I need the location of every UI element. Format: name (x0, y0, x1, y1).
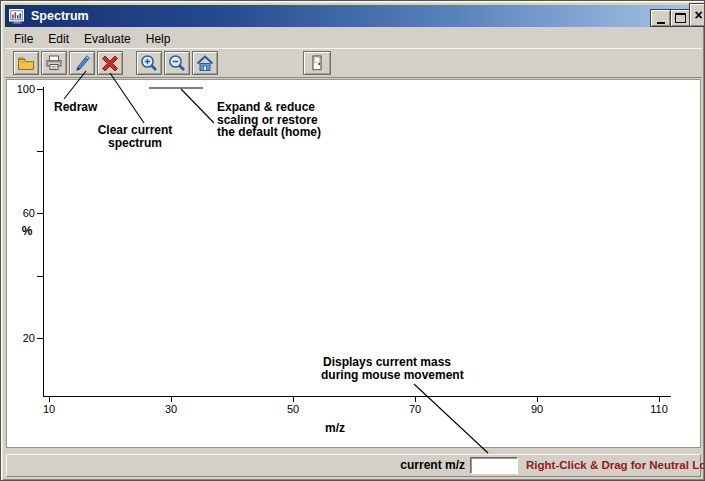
close-button[interactable]: × (689, 3, 705, 27)
menu-file[interactable]: File (8, 30, 42, 48)
status-bar: current m/z Right-Click & Drag for Neutr… (6, 454, 701, 477)
annotation-clear-line1: Clear current (93, 124, 177, 137)
home-icon (196, 55, 214, 72)
close-icon: × (694, 7, 702, 23)
magnifier-plus-icon (140, 54, 158, 72)
annotation-zoom-line1: Expand & reduce (217, 101, 321, 114)
clear-spectrum-button[interactable] (97, 51, 123, 75)
title-bar[interactable]: Spectrum (5, 5, 702, 27)
annotation-redraw: Redraw (54, 101, 97, 114)
zoom-in-button[interactable] (136, 51, 162, 75)
menu-help[interactable]: Help (140, 30, 180, 48)
annotation-zoom-scaling: Expand & reduce scaling or restore the d… (217, 101, 321, 139)
annotation-current-mass: Displays current mass during mouse movem… (321, 356, 453, 381)
annotation-mass-line2: during mouse movement (321, 369, 453, 382)
minimize-button[interactable] (650, 9, 671, 27)
zoom-out-button[interactable] (164, 51, 190, 75)
app-icon (9, 9, 25, 24)
annotation-mass-line1: Displays current mass (321, 356, 453, 369)
print-button[interactable] (41, 51, 67, 75)
app-window: Spectrum × File Edit Evaluate Help (0, 0, 705, 481)
magnifier-minus-icon (168, 54, 186, 72)
maximize-icon (675, 13, 686, 23)
menu-bar: File Edit Evaluate Help (5, 29, 702, 48)
annotation-redraw-text: Redraw (54, 101, 97, 114)
annotation-clear-line2: spectrum (93, 137, 177, 150)
door-icon (308, 54, 326, 72)
minimize-icon (657, 13, 665, 24)
maximize-button[interactable] (670, 9, 691, 27)
annotation-zoom-line3: the default (home) (217, 126, 321, 139)
pen-icon (73, 54, 91, 72)
annotation-clear-spectrum: Clear current spectrum (93, 124, 177, 149)
home-button[interactable] (192, 51, 218, 75)
menu-edit[interactable]: Edit (42, 30, 78, 48)
window-title: Spectrum (31, 9, 89, 23)
folder-icon (17, 55, 35, 71)
printer-icon (45, 55, 63, 71)
current-mz-input[interactable] (470, 457, 518, 474)
open-button[interactable] (13, 51, 39, 75)
red-x-icon (101, 54, 119, 72)
neutral-loss-hint: Right-Click & Drag for Neutral Loss (526, 459, 705, 471)
menu-evaluate[interactable]: Evaluate (78, 30, 140, 48)
exit-button[interactable] (303, 51, 331, 75)
current-mz-label: current m/z (399, 458, 465, 472)
redraw-button[interactable] (69, 51, 95, 75)
